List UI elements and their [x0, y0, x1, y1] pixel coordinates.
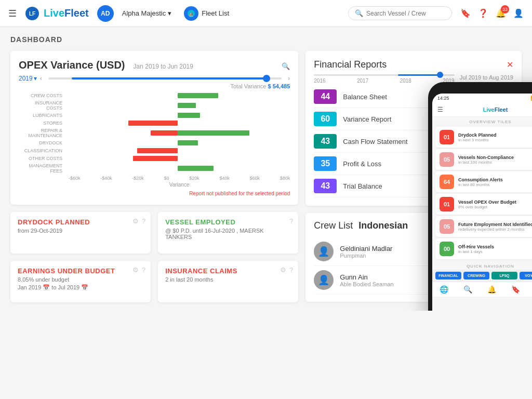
phone-tile-2[interactable]: 05 Vessels Non-Compliance in last 100 mo…	[435, 149, 532, 170]
opex-slider[interactable]	[48, 77, 282, 79]
info-icon[interactable]: ?	[289, 266, 293, 274]
phone-search-nav-icon[interactable]: 🔍	[463, 285, 472, 294]
chevron-down-icon: ▾	[34, 75, 37, 82]
close-button[interactable]: ✕	[507, 60, 513, 70]
chart-row: DRYDOCK	[19, 140, 290, 146]
pqn-crewing[interactable]: CREWING	[463, 272, 489, 280]
drydock-alert: ⚙ ? DRYDOCK PLANNED from 29-Oct-2019	[10, 212, 151, 254]
user-name-dropdown[interactable]: Alpha Majestic ▾	[122, 9, 172, 17]
tile-sub-4: 8% over budget	[458, 205, 516, 209]
phone-menu-icon[interactable]: ☰	[437, 106, 443, 113]
fin-period: Jul 2019 to Aug 2019	[460, 74, 513, 81]
tile-badge-6: 00	[440, 242, 454, 256]
trial-label: Trial Balance	[343, 182, 382, 190]
phone-translate-icon[interactable]: 🌐	[440, 285, 448, 294]
profile-icon[interactable]: 👤	[513, 8, 524, 18]
tile-title-1: Drydock Planned	[458, 132, 497, 138]
dashboard-title: DASHBOARD	[10, 35, 522, 44]
tile-title-4: Vessel OPEX Over Budget	[458, 200, 516, 205]
tile-badge-1: 01	[440, 130, 454, 144]
next-arrow[interactable]: ›	[288, 74, 290, 82]
help-icon[interactable]: ❓	[478, 8, 488, 18]
phone-header: ☰ LiveFleet	[432, 103, 532, 117]
phone-tile-5[interactable]: 05 Future Employment Not Identified rede…	[435, 216, 532, 237]
chart-row: REPAIR & MAINTENANCE	[19, 128, 290, 138]
x-axis: -$60k -$40k -$20k $0 $20k $40k $60k $80k	[69, 176, 290, 181]
variance-report-label: Variance Report	[343, 115, 391, 123]
balance-sheet-badge: 44	[314, 89, 337, 104]
notification-icon[interactable]: 🔔 33	[496, 8, 506, 18]
chart-row: CREW COSTS	[19, 92, 290, 99]
phone-mockup: 14:25 📶 🔋 ☰ LiveFleet OVERVIEW TILES 01	[428, 82, 532, 311]
x-axis-title: Variance	[69, 182, 290, 188]
settings-icon[interactable]: ⚙	[132, 217, 139, 225]
phone-status-bar: 14:25 📶 🔋	[432, 94, 532, 103]
phone-screen: 14:25 📶 🔋 ☰ LiveFleet OVERVIEW TILES 01	[432, 94, 532, 311]
hamburger-menu[interactable]: ☰	[8, 8, 17, 19]
fin-slider[interactable]	[314, 74, 454, 76]
balance-sheet-label: Balance Sheet	[343, 93, 387, 101]
pqn-lpsq[interactable]: LPSQ	[491, 272, 517, 280]
notification-badge: 33	[501, 5, 509, 14]
phone-time: 14:25	[437, 96, 449, 101]
phone-section-title: OVERVIEW TILES	[432, 117, 532, 125]
earnings-alert: ⚙ ? EARNINGS UNDER BUDGET 8.05% under bu…	[10, 261, 151, 302]
tile-badge-4: 01	[440, 197, 454, 211]
fleet-list-btn[interactable]: ⛵ Fleet List	[184, 6, 229, 21]
phone-tile-3[interactable]: 64 Consumption Alerts in last 80 months	[435, 171, 532, 192]
not-published-msg: Report not published for the selected pe…	[19, 191, 290, 196]
fin-title: Financial Reports	[314, 59, 387, 70]
alerts-grid: ⚙ ? DRYDOCK PLANNED from 29-Oct-2019 ? V…	[10, 212, 298, 302]
insurance-alert: ⚙ ? INSURANCE CLAIMS 2 in last 20 months	[158, 261, 298, 302]
info-icon[interactable]: ?	[142, 217, 145, 225]
pqn-financial[interactable]: FINANCIAL	[435, 272, 461, 280]
phone-logo: LiveFleet	[447, 107, 532, 113]
chart-row: OTHER COSTS	[19, 155, 290, 162]
vessel-employed-alert: ? VESSEL EMPLOYED @ $0 P.D. until 16-Jul…	[158, 212, 298, 254]
info-icon[interactable]: ?	[289, 217, 293, 225]
fin-header: Financial Reports ✕	[314, 59, 513, 70]
year-select[interactable]: 2019 ▾	[19, 75, 37, 82]
crew-role-2: Able Bodied Seaman	[340, 281, 393, 287]
phone-bottom-nav: 🌐 🔍 🔔 🔖 ↗	[432, 282, 532, 297]
pl-label: Profit & Loss	[343, 160, 381, 168]
tile-title-2: Vessels Non-Compliance	[458, 155, 514, 160]
search-input[interactable]	[366, 10, 439, 17]
prev-arrow[interactable]: ‹	[40, 74, 42, 82]
svg-text:⛵: ⛵	[189, 11, 194, 17]
search-icon: 🔍	[355, 9, 363, 17]
opex-search-icon[interactable]: 🔍	[282, 62, 290, 70]
tile-badge-3: 64	[440, 175, 454, 189]
opex-chart: CREW COSTS INSURANCE COSTS LUBRICANTS	[19, 92, 290, 188]
tile-badge-2: 05	[440, 152, 454, 167]
search-box[interactable]: 🔍	[348, 6, 452, 20]
drydock-title: DRYDOCK PLANNED	[18, 218, 143, 226]
phone-bell-icon[interactable]: 🔔	[487, 285, 496, 294]
phone-tile-1[interactable]: 01 Drydock Planned in next 3 months	[435, 127, 532, 148]
tile-title-3: Consumption Alerts	[458, 177, 503, 182]
pqn-voyage[interactable]: VOYAGE	[520, 272, 532, 280]
info-icon[interactable]: ?	[142, 266, 145, 274]
phone-quick-nav: FINANCIAL CREWING LPSQ VOYAGE	[432, 270, 532, 282]
earnings-sub: 8.05% under budget	[18, 276, 143, 283]
logo-text: LiveFleet	[44, 7, 89, 19]
opex-title: OPEX Variance (USD)	[19, 59, 125, 71]
settings-icon[interactable]: ⚙	[280, 266, 286, 274]
alert-actions: ⚙ ?	[132, 217, 145, 225]
app-header: ☰ LF LiveFleet AD Alpha Majestic ▾ ⛵ Fle…	[0, 0, 532, 27]
chart-row: CLASSIFICATION	[19, 148, 290, 154]
crew-avatar-2: 👤	[314, 270, 334, 290]
opex-period: Jan 2019 to Jun 2019	[134, 63, 193, 70]
phone-bookmark-icon[interactable]: 🔖	[511, 285, 520, 294]
app-logo: LF LiveFleet	[25, 6, 89, 21]
phone-tile-4[interactable]: 01 Vessel OPEX Over Budget 8% over budge…	[435, 194, 532, 215]
settings-icon[interactable]: ⚙	[132, 266, 139, 274]
tile-title-6: Off-Hire Vessels	[458, 244, 494, 249]
svg-text:LF: LF	[29, 11, 35, 17]
bookmark-icon[interactable]: 🔖	[460, 8, 471, 18]
chart-row: LUBRICANTS	[19, 112, 290, 118]
trial-badge: 43	[314, 179, 337, 193]
chevron-down-icon: ▾	[168, 9, 171, 17]
phone-tile-6[interactable]: 00 Off-Hire Vessels in last 1 days	[435, 238, 532, 259]
earnings-title: EARNINGS UNDER BUDGET	[18, 267, 143, 275]
